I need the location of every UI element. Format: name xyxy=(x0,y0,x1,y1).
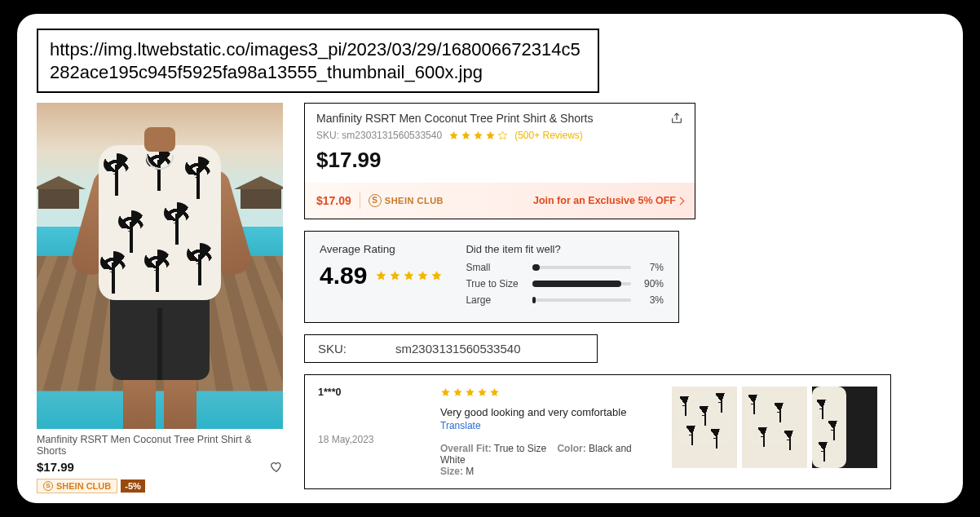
product-title-caption: Manfinity RSRT Men Coconut Tree Print Sh… xyxy=(37,434,283,457)
club-cta[interactable]: Join for an Exclusive 5% OFF xyxy=(533,195,683,206)
product-image[interactable] xyxy=(37,103,283,429)
average-rating-value: 4.89 xyxy=(320,262,367,289)
fit-row-small: Small 7% xyxy=(466,262,664,273)
main-price: $17.99 xyxy=(316,148,683,173)
rating-stars xyxy=(448,130,508,141)
review-images xyxy=(672,387,877,477)
discount-badge: -5% xyxy=(121,479,145,493)
review-username: 1***0 xyxy=(318,387,416,398)
product-title: Manfinity RSRT Men Coconut Tree Print Sh… xyxy=(316,112,594,125)
page-card: https://img.ltwebstatic.co/images3_pi/20… xyxy=(17,14,963,503)
shein-club-logo: SSHEIN CLUB xyxy=(369,194,444,207)
review-thumb[interactable] xyxy=(672,387,737,468)
content-row: Manfinity RSRT Men Coconut Tree Print Sh… xyxy=(37,103,943,493)
share-icon[interactable] xyxy=(670,112,683,125)
wishlist-heart-icon[interactable] xyxy=(270,461,283,474)
fit-question: Did the item fit well? xyxy=(466,243,664,255)
review-date: 18 May,2023 xyxy=(318,434,416,445)
right-column: Manfinity RSRT Men Coconut Tree Print Sh… xyxy=(304,103,943,493)
sku-value: sm2303131560533540 xyxy=(395,342,520,356)
club-ring-icon: S xyxy=(43,481,53,491)
avg-stars xyxy=(375,270,443,282)
fit-row-large: Large 3% xyxy=(466,294,664,306)
chevron-right-icon xyxy=(677,197,685,205)
sku-label: SKU: xyxy=(318,342,347,356)
url-box: https://img.ltwebstatic.co/images3_pi/20… xyxy=(37,29,599,93)
review-thumb[interactable] xyxy=(812,387,877,468)
translate-link[interactable]: Translate xyxy=(440,420,647,431)
review-stars xyxy=(440,387,500,398)
average-rating-label: Average Rating xyxy=(320,243,443,255)
product-info-panel: Manfinity RSRT Men Coconut Tree Print Sh… xyxy=(304,103,695,219)
review-thumb[interactable] xyxy=(742,387,807,468)
shein-club-strip[interactable]: $17.09 SSHEIN CLUB Join for an Exclusive… xyxy=(305,183,695,219)
product-price: $17.99 xyxy=(37,460,74,474)
sku-panel: SKU: sm2303131560533540 xyxy=(304,334,598,363)
fit-row-true: True to Size 90% xyxy=(466,278,664,289)
rating-panel: Average Rating 4.89 Did the item fit xyxy=(304,231,679,323)
shein-club-badge: S SHEIN CLUB xyxy=(37,479,117,493)
left-column: Manfinity RSRT Men Coconut Tree Print Sh… xyxy=(37,103,283,493)
review-text: Very good looking and very comfortable xyxy=(440,406,647,418)
review-panel: 1***0 18 May,2023 Very good looking and … xyxy=(304,374,891,489)
club-price: $17.09 xyxy=(316,194,351,207)
reviews-count[interactable]: (500+ Reviews) xyxy=(514,130,583,141)
